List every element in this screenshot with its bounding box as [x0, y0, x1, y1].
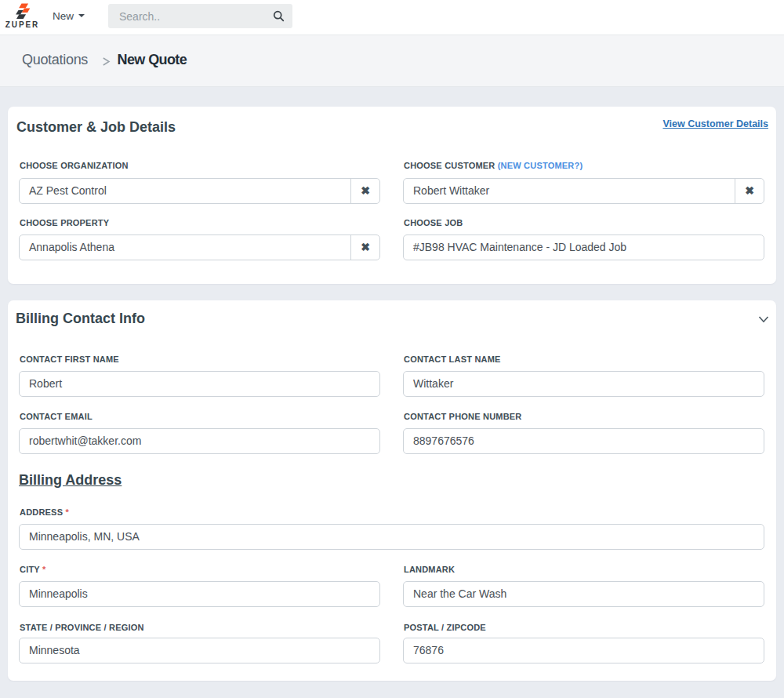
- svg-text:ZUPER: ZUPER: [5, 20, 39, 29]
